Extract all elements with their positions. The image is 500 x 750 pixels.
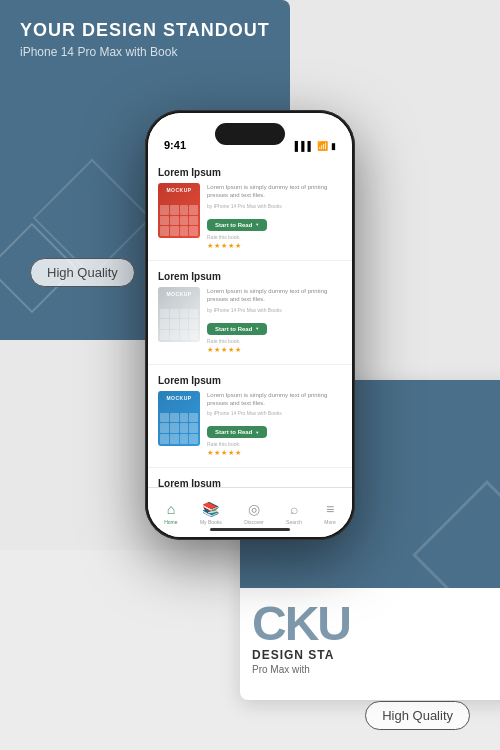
cover-grid xyxy=(158,411,200,446)
home-label: Home xyxy=(164,519,177,525)
ckup-text: CKU xyxy=(252,600,500,648)
nav-item-discover[interactable]: ◎ Discover xyxy=(244,501,263,525)
book-desc: Lorem Ipsum is simply dummy text of prin… xyxy=(207,287,342,304)
book-title: Lorem Ipsum xyxy=(158,375,342,386)
cover-label: MOCKUP xyxy=(160,395,198,401)
book-item: Lorem Ipsum MOCKUP Lorem Ipsum is simply… xyxy=(148,261,352,365)
book-desc: Lorem Ipsum is simply dummy text of prin… xyxy=(207,183,342,200)
book-info: Lorem Ipsum is simply dummy text of prin… xyxy=(207,287,342,354)
book-cover: MOCKUP xyxy=(158,287,200,342)
book-desc: Lorem Ipsum is simply dummy text of prin… xyxy=(207,391,342,408)
pro-max-text: Pro Max with xyxy=(252,664,500,675)
battery-icon: ▮ xyxy=(331,141,336,151)
bottom-card-text: CKU DESIGN STA Pro Max with xyxy=(240,588,500,687)
cover-label: MOCKUP xyxy=(160,291,198,297)
star-rating: ★★★★★ xyxy=(207,346,342,354)
discover-icon: ◎ xyxy=(248,501,260,517)
top-card-text: YOUR DESIGN STANDOUT iPhone 14 Pro Max w… xyxy=(20,20,270,59)
home-indicator xyxy=(210,528,290,531)
book-list: Lorem Ipsum MOCKUP Lorem Ipsum is simply… xyxy=(148,157,352,487)
book-row: MOCKUP Lorem Ipsum is simply dummy text … xyxy=(158,287,342,354)
high-quality-badge-bottom: High Quality xyxy=(365,701,470,730)
read-button[interactable]: Start to Read xyxy=(207,426,267,438)
book-sub: by iPhone 14 Pro Max with Books xyxy=(207,203,342,209)
book-sub: by iPhone 14 Pro Max with Books xyxy=(207,410,342,416)
book-row: MOCKUP Lorem Ipsum is simply dummy text … xyxy=(158,183,342,250)
star-rating: ★★★★★ xyxy=(207,242,342,250)
book-item: Lorem Ipsum MOCKUP Lorem Ipsum is simply… xyxy=(148,157,352,261)
search-icon: ⌕ xyxy=(290,501,298,517)
book-item: Lorem Ipsum MOCKUP Lorem Ipsum is simply… xyxy=(148,468,352,487)
nav-item-more[interactable]: ≡ More xyxy=(324,501,335,525)
book-title: Lorem Ipsum xyxy=(158,478,342,487)
my-books-icon: 📚 xyxy=(202,501,219,517)
search-label: Search xyxy=(286,519,302,525)
book-item: Lorem Ipsum MOCKUP Lorem Ipsum is simply… xyxy=(148,365,352,469)
nav-item-my-books[interactable]: 📚 My Books xyxy=(200,501,222,525)
phone-outer: 9:41 ▌▌▌ 📶 ▮ Lorem Ipsum MOCKUP Lore xyxy=(145,110,355,540)
book-cover: MOCKUP xyxy=(158,183,200,238)
wifi-icon: 📶 xyxy=(317,141,328,151)
more-label: More xyxy=(324,519,335,525)
design-sta-text: DESIGN STA xyxy=(252,648,500,662)
cover-grid xyxy=(158,203,200,238)
top-card-line1: YOUR DESIGN STANDOUT xyxy=(20,20,270,41)
book-meta: Rate this book: xyxy=(207,338,342,344)
cover-grid xyxy=(158,307,200,342)
book-title: Lorem Ipsum xyxy=(158,167,342,178)
my-books-label: My Books xyxy=(200,519,222,525)
phone-inner: 9:41 ▌▌▌ 📶 ▮ Lorem Ipsum MOCKUP Lore xyxy=(148,113,352,537)
book-row: MOCKUP Lorem Ipsum is simply dummy text … xyxy=(158,391,342,458)
book-meta: Rate this book: xyxy=(207,441,342,447)
book-sub: by iPhone 14 Pro Max with Books xyxy=(207,307,342,313)
book-cover: MOCKUP xyxy=(158,391,200,446)
book-meta: Rate this book: xyxy=(207,234,342,240)
home-icon: ⌂ xyxy=(167,501,175,517)
book-info: Lorem Ipsum is simply dummy text of prin… xyxy=(207,183,342,250)
nav-item-search[interactable]: ⌕ Search xyxy=(286,501,302,525)
nav-item-home[interactable]: ⌂ Home xyxy=(164,501,177,525)
phone-mockup: 9:41 ▌▌▌ 📶 ▮ Lorem Ipsum MOCKUP Lore xyxy=(145,110,355,540)
read-button[interactable]: Start to Read xyxy=(207,219,267,231)
dynamic-island xyxy=(215,123,285,145)
signal-icon: ▌▌▌ xyxy=(295,141,314,151)
book-title: Lorem Ipsum xyxy=(158,271,342,282)
app-content: Lorem Ipsum MOCKUP Lorem Ipsum is simply… xyxy=(148,157,352,487)
high-quality-badge-top: High Quality xyxy=(30,258,135,287)
more-icon: ≡ xyxy=(326,501,334,517)
discover-label: Discover xyxy=(244,519,263,525)
star-rating: ★★★★★ xyxy=(207,449,342,457)
cover-label: MOCKUP xyxy=(160,187,198,193)
read-button[interactable]: Start to Read xyxy=(207,323,267,335)
top-card-line2: iPhone 14 Pro Max with Book xyxy=(20,45,270,59)
status-time: 9:41 xyxy=(164,139,186,151)
book-info: Lorem Ipsum is simply dummy text of prin… xyxy=(207,391,342,458)
status-icons: ▌▌▌ 📶 ▮ xyxy=(295,141,336,151)
